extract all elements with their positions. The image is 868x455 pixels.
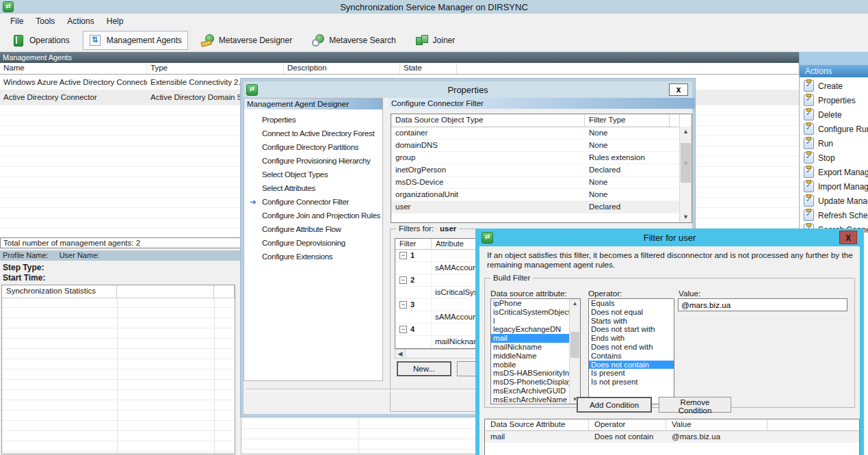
object-type-row[interactable]: group Rules extension [391, 152, 680, 164]
vertical-scrollbar[interactable]: ▲ ≡ ▼ [679, 127, 692, 222]
object-type-row[interactable]: domainDNS None [391, 140, 680, 152]
toolbar-metaverse-designer-button[interactable]: Metaverse Designer [195, 31, 298, 50]
action-item[interactable]: Configure Run Profiles [800, 122, 868, 136]
attribute-listbox[interactable]: ipPhoneisCriticalSystemObjectllegacyExch… [490, 298, 581, 404]
new-filter-button[interactable]: New... [397, 361, 451, 376]
list-item[interactable]: Is not present [589, 378, 674, 387]
action-item[interactable]: Refresh Schema [800, 208, 868, 222]
object-type-row[interactable]: inetOrgPerson Declared [391, 164, 680, 177]
column-header-filter[interactable]: Filter [395, 239, 432, 249]
action-item[interactable]: Stop [800, 151, 868, 165]
condition-row[interactable]: mail Does not contain @mars.biz.ua [485, 431, 859, 443]
menu-item[interactable]: Help [101, 15, 130, 27]
cell-value: @mars.biz.ua [666, 431, 767, 443]
list-item[interactable]: Does not end with [589, 343, 674, 352]
main-toolbar: Operations Management Agents Metaverse D… [0, 29, 868, 52]
remove-condition-button[interactable]: Remove Condition [659, 397, 731, 413]
nav-item[interactable]: ➔ Configure Deprovisioning [244, 236, 382, 250]
list-item[interactable]: mail [491, 334, 570, 343]
operator-listbox[interactable]: EqualsDoes not equalStarts withDoes not … [588, 298, 674, 404]
column-header-type[interactable]: Type [147, 63, 284, 74]
statistics-column[interactable]: Synchronization Statistics [2, 285, 117, 298]
scroll-up-icon[interactable]: ▲ [570, 299, 580, 308]
column-header-operator[interactable]: Operator [589, 419, 666, 430]
list-item[interactable]: mobile [491, 361, 570, 369]
vertical-scrollbar[interactable]: ▲ ▼ [569, 299, 580, 404]
expander-icon[interactable]: − [399, 301, 407, 309]
list-item[interactable]: msExchArchiveName [491, 395, 570, 404]
list-item[interactable]: l [491, 317, 570, 326]
list-item[interactable]: msExchArchiveGUID [491, 387, 570, 395]
nav-item[interactable]: ➔ Configure Attribute Flow [244, 222, 382, 236]
list-item[interactable]: Does not equal [589, 308, 674, 317]
list-item[interactable]: Ends with [589, 334, 674, 343]
nav-item[interactable]: ➔ Configure Provisioning Hierarchy [244, 154, 382, 168]
list-item[interactable]: Equals [589, 299, 674, 308]
nav-item[interactable]: ➔ Select Object Types [244, 168, 382, 181]
scroll-down-icon[interactable]: ▼ [680, 212, 692, 222]
action-item[interactable]: Export Management Agent [800, 165, 868, 179]
menu-item[interactable]: File [4, 15, 29, 27]
list-item[interactable]: msDS-HABSeniorityIndex [491, 369, 570, 378]
column-header-data-source-attribute[interactable]: Data Source Attribute [485, 419, 589, 430]
toolbar-management-agents-button[interactable]: Management Agents [83, 31, 188, 50]
nav-item[interactable]: ➔ Connect to Active Directory Forest [244, 127, 382, 140]
toolbar-button-label: Metaverse Designer [219, 36, 292, 45]
filter-number: 3 [410, 300, 415, 309]
object-type-row[interactable]: msDS-Device None [391, 177, 680, 189]
close-button[interactable]: x [669, 83, 688, 96]
column-header-name[interactable]: Name [0, 63, 147, 74]
expander-icon[interactable]: − [399, 326, 407, 333]
object-type-row[interactable]: container None [391, 127, 680, 140]
list-item[interactable]: Is present [589, 369, 674, 378]
list-item[interactable]: middleName [491, 352, 570, 361]
nav-item[interactable]: ➔ Select Attributes [244, 181, 382, 195]
action-item[interactable]: Update Management Agent [800, 194, 868, 208]
close-button[interactable]: X [839, 231, 857, 244]
action-item[interactable]: Run [800, 136, 868, 151]
scroll-up-icon[interactable]: ▲ [680, 127, 692, 137]
nav-item[interactable]: ➔ Properties [244, 113, 382, 127]
column-header-state[interactable]: State [400, 63, 457, 74]
toolbar-joiner-button[interactable]: Joiner [409, 31, 462, 50]
toolbar-metaverse-search-button[interactable]: Metaverse Search [305, 31, 402, 50]
column-header-description[interactable]: Description [284, 63, 400, 74]
nav-item[interactable]: ➔ Configure Join and Projection Rules [244, 209, 382, 222]
toolbar-operations-button[interactable]: Operations [5, 31, 76, 50]
menu-item[interactable]: Tools [29, 15, 61, 27]
menu-item[interactable]: Actions [61, 15, 100, 27]
column-header-value[interactable]: Value [666, 419, 767, 430]
column-header-blank [670, 114, 680, 127]
list-item[interactable]: Contains [589, 352, 674, 361]
list-item[interactable]: Does not start with [589, 325, 674, 334]
list-item[interactable]: legacyExchangeDN [491, 325, 570, 334]
list-item[interactable]: Does not contain [589, 361, 674, 369]
action-item[interactable]: Create [800, 79, 868, 93]
list-item[interactable]: ipPhone [491, 299, 570, 308]
list-item[interactable]: isCriticalSystemObject [491, 308, 570, 317]
cell-object-type: group [391, 152, 585, 164]
column-header-filter-type[interactable]: Filter Type [585, 114, 670, 127]
action-item[interactable]: Delete [800, 107, 868, 122]
screen: Synchronization Service Manager on DIRSY… [0, 0, 868, 455]
object-type-row[interactable]: organizationalUnit None [391, 189, 680, 201]
expander-icon[interactable]: − [399, 252, 407, 259]
scroll-left-icon[interactable]: ◀ [395, 350, 406, 358]
list-item[interactable]: Starts with [589, 317, 674, 326]
scrollbar-thumb[interactable] [570, 332, 579, 358]
action-item[interactable]: Import Management Agent [800, 179, 868, 194]
action-item[interactable]: Properties [800, 93, 868, 107]
value-input[interactable] [678, 298, 847, 311]
list-item[interactable]: msDS-PhoneticDisplayName [491, 378, 570, 387]
nav-item[interactable]: ➔ Configure Directory Partitions [244, 140, 382, 154]
nav-item-label: Configure Connector Filter [262, 198, 349, 206]
object-type-row[interactable]: user Declared [391, 201, 680, 213]
nav-item[interactable]: ➔ Configure Extensions [244, 250, 382, 263]
nav-item[interactable]: ➔ Configure Connector Filter [244, 195, 382, 209]
add-condition-button[interactable]: Add Condition [577, 397, 652, 413]
list-item[interactable]: mailNickname [491, 343, 570, 352]
scrollbar-thumb[interactable]: ≡ [681, 143, 691, 183]
action-item-label: Run [818, 139, 833, 148]
column-header-object-type[interactable]: Data Source Object Type [391, 114, 585, 127]
expander-icon[interactable]: − [399, 276, 407, 284]
